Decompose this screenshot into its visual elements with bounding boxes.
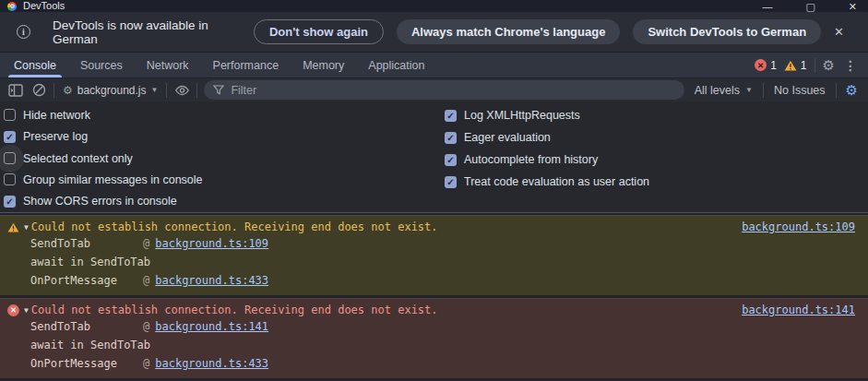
divider [54, 83, 54, 98]
at-symbol: @ [143, 234, 149, 253]
context-label: background.js [77, 84, 147, 97]
log-levels-label: All levels [695, 84, 740, 97]
console-sidebar-icon[interactable] [7, 82, 24, 99]
error-message: ✕▼Could not establish connection. Receiv… [0, 298, 868, 378]
window-controls: — ▢ ✕ [762, 1, 857, 12]
warning-message: ▼Could not establish connection. Receivi… [0, 215, 868, 295]
source-link[interactable]: background.ts:141 [742, 304, 855, 316]
setting-eager-evaluation[interactable]: Eager evaluation [441, 126, 649, 149]
infobar-button-1[interactable]: Always match Chrome's language [397, 19, 620, 44]
at-symbol: @ [143, 317, 149, 336]
info-icon: i [17, 25, 30, 39]
checkbox-checked[interactable] [445, 176, 457, 188]
stack-source-link[interactable]: background.ts:433 [155, 271, 268, 290]
filter-field[interactable] [204, 80, 684, 100]
setting-show-cors-errors-in-console[interactable]: Show CORS errors in console [0, 191, 441, 212]
chevron-down-icon: ▼ [150, 86, 158, 94]
checkbox-checked[interactable] [445, 110, 457, 122]
stack-frame: await in SendToTab [0, 253, 868, 271]
stack-source-link[interactable]: background.ts:141 [155, 317, 268, 336]
setting-hide-network[interactable]: Hide network [0, 104, 441, 125]
infobar-message: DevTools is now available in German [53, 18, 239, 46]
tab-performance[interactable]: Performance [201, 53, 291, 77]
tabbar-right-controls: ✕ 1 1 ⚙ ⋮ [755, 53, 868, 77]
stack-frame: SendToTab@background.ts:109 [0, 234, 868, 253]
source-location: background.ts:141 [742, 304, 861, 316]
divider [196, 83, 197, 98]
source-link[interactable]: background.ts:109 [742, 220, 855, 233]
language-infobar: i DevTools is now available in German Do… [0, 12, 868, 53]
checkbox-checked[interactable] [4, 196, 16, 208]
stack-frame: SendToTab@background.ts:141 [0, 317, 868, 336]
stack-frame: OnPortMessage@background.ts:433 [0, 354, 868, 373]
close-window-button[interactable]: ✕ [849, 1, 857, 12]
message-text: Could not establish connection. Receivin… [31, 304, 438, 316]
checkbox-checked[interactable] [4, 131, 16, 143]
panel-tab-bar: ConsoleSourcesNetworkPerformanceMemoryAp… [0, 53, 868, 77]
infobar-button-2[interactable]: Switch DevTools to German [633, 19, 821, 44]
no-issues-button[interactable]: No Issues [770, 84, 829, 97]
setting-preserve-log[interactable]: Preserve log [0, 125, 441, 147]
more-options-icon[interactable]: ⋮ [842, 58, 859, 73]
error-icon: ✕ [755, 59, 767, 71]
setting-label: Eager evaluation [464, 131, 551, 144]
tab-network[interactable]: Network [135, 53, 201, 77]
tab-application[interactable]: Application [356, 53, 436, 77]
message-header: ▼Could not establish connection. Receivi… [0, 219, 868, 234]
error-icon: ✕ [7, 304, 19, 316]
console-settings-pane: Hide networkPreserve logSelected context… [0, 101, 868, 213]
stack-frame: await in SendToTab [0, 336, 868, 354]
setting-group-similar-messages-in-console[interactable]: Group similar messages in console [0, 169, 441, 190]
warning-count-badge[interactable]: 1 [784, 59, 807, 72]
checkbox-unchecked[interactable] [4, 173, 16, 185]
javascript-context-selector[interactable]: ⚙ background.js ▼ [61, 84, 160, 97]
tab-memory[interactable]: Memory [291, 53, 356, 77]
setting-label: Selected context only [23, 152, 133, 165]
infobar-button-0[interactable]: Don't show again [254, 19, 384, 44]
console-toolbar: ⚙ background.js ▼ All levels ▼ No Issues… [0, 77, 868, 101]
setting-selected-context-only[interactable]: Selected context only [0, 148, 441, 169]
error-count: 1 [770, 59, 777, 72]
at-symbol: @ [143, 354, 149, 373]
filter-input[interactable] [231, 84, 674, 97]
settings-right-column: Log XMLHttpRequestsEager evaluationAutoc… [441, 104, 649, 212]
message-header: ✕▼Could not establish connection. Receiv… [0, 302, 868, 317]
setting-treat-code-evaluation-as-user-action[interactable]: Treat code evaluation as user action [441, 171, 649, 193]
setting-label: Preserve log [23, 130, 88, 143]
minimize-button[interactable]: — [762, 1, 772, 12]
expand-arrow-icon[interactable]: ▼ [24, 306, 29, 315]
at-symbol: @ [143, 271, 149, 290]
console-settings-gear-icon[interactable]: ⚙ [843, 83, 861, 97]
setting-log-xmlhttprequests[interactable]: Log XMLHttpRequests [441, 104, 649, 126]
checkbox-checked[interactable] [445, 154, 457, 166]
expand-arrow-icon[interactable]: ▼ [24, 223, 29, 232]
error-count-badge[interactable]: ✕ 1 [755, 59, 777, 72]
devtools-settings-gear-icon[interactable]: ⚙ [823, 58, 835, 72]
checkbox-unchecked[interactable] [4, 109, 16, 121]
warning-count: 1 [801, 59, 807, 72]
setting-label: Hide network [23, 109, 90, 122]
divider [763, 83, 764, 98]
stack-function-name: OnPortMessage [30, 271, 143, 290]
chevron-down-icon: ▼ [745, 86, 753, 94]
clear-console-icon[interactable] [30, 82, 47, 99]
setting-label: Autocomplete from history [464, 153, 598, 166]
maximize-button[interactable]: ▢ [805, 1, 814, 12]
live-expression-eye-icon[interactable] [173, 82, 190, 99]
settings-left-column: Hide networkPreserve logSelected context… [0, 104, 441, 212]
source-location: background.ts:109 [742, 220, 861, 233]
stack-source-link[interactable]: background.ts:109 [155, 234, 268, 253]
tab-sources[interactable]: Sources [68, 53, 135, 77]
warning-icon [7, 222, 19, 232]
tabs-container: ConsoleSourcesNetworkPerformanceMemoryAp… [2, 53, 436, 77]
checkbox-unchecked[interactable] [4, 152, 16, 164]
setting-autocomplete-from-history[interactable]: Autocomplete from history [441, 149, 649, 171]
log-levels-dropdown[interactable]: All levels ▼ [691, 84, 756, 97]
infobar-close-icon[interactable]: ✕ [834, 25, 844, 39]
divider [166, 83, 167, 98]
devtools-window: DevTools — ▢ ✕ i DevTools is now availab… [0, 0, 868, 381]
message-text: Could not establish connection. Receivin… [31, 220, 438, 233]
stack-source-link[interactable]: background.ts:433 [155, 354, 268, 373]
tab-console[interactable]: Console [2, 53, 68, 77]
checkbox-checked[interactable] [445, 132, 457, 144]
